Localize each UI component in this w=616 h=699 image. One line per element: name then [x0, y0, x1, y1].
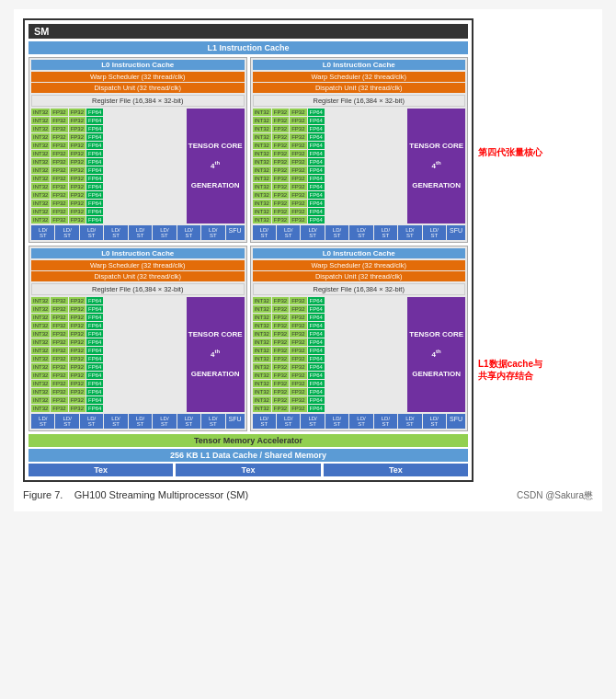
figure-caption: Figure 7. GH100 Streaming Multiprocessor…	[23, 489, 593, 502]
q4-register: Register File (16,384 × 32-bit)	[253, 283, 466, 295]
q3-int-fp: INT32 INT32 INT32 INT32 INT32 INT32 INT3…	[31, 297, 186, 412]
core-cell: FP32	[290, 388, 306, 395]
sm-container: SM L1 Instruction Cache L0 Instruction C…	[23, 18, 473, 482]
core-cell: FP32	[69, 363, 86, 371]
core-cell: FP32	[272, 314, 289, 321]
ld-st: LD/ST	[398, 225, 421, 240]
core-cell: FP32	[290, 191, 306, 199]
core-cell: FP32	[272, 297, 289, 304]
sfu: SFU	[447, 414, 465, 429]
core-cell: FP64	[86, 314, 103, 321]
core-cell: INT32	[31, 330, 50, 338]
core-cell: FP64	[308, 347, 325, 354]
core-cell: FP32	[272, 330, 289, 338]
core-cell: FP32	[69, 150, 86, 157]
ld-st: LD/ST	[374, 225, 397, 240]
core-cell: INT32	[253, 322, 271, 329]
core-cell: FP32	[272, 347, 289, 354]
core-cell: FP64	[86, 396, 103, 404]
ld-st: LD/ST	[301, 225, 324, 240]
core-cell: INT32	[31, 338, 50, 346]
ld-st: LD/ST	[253, 414, 276, 429]
core-cell: INT32	[253, 175, 271, 182]
core-cell: INT32	[253, 330, 271, 338]
core-cell: INT32	[31, 200, 50, 207]
core-cell: FP64	[308, 183, 325, 190]
q1-sfu-row: LD/ST LD/ST LD/ST LD/ST LD/ST LD/ST LD/S…	[31, 225, 245, 240]
core-cell: FP64	[86, 372, 103, 379]
core-cell: FP32	[272, 125, 289, 132]
q3-tensor-label: TENSOR CORE4thGENERATION	[187, 297, 245, 412]
core-cell: FP64	[86, 297, 103, 304]
core-cell: FP32	[290, 363, 306, 371]
core-cell: INT32	[253, 125, 271, 132]
core-cell: FP64	[86, 388, 103, 395]
core-cell: INT32	[31, 191, 50, 199]
core-cell: FP32	[69, 372, 86, 379]
core-cell: FP64	[86, 142, 103, 149]
q4-fp32-col1: FP32 FP32 FP32 FP32 FP32 FP32 FP32 FP32 …	[272, 297, 289, 412]
core-cell: FP32	[51, 183, 67, 190]
core-cell: FP32	[290, 133, 306, 141]
core-cell: FP32	[290, 117, 306, 124]
q2-tensor-label: TENSOR CORE4thGENERATION	[407, 109, 465, 223]
core-cell: FP64	[308, 405, 325, 412]
core-cell: INT32	[31, 133, 50, 141]
q4-sfu-row: LD/ST LD/ST LD/ST LD/ST LD/ST LD/ST LD/S…	[253, 414, 466, 429]
core-cell: FP64	[86, 347, 103, 354]
core-cell: FP64	[308, 125, 325, 132]
core-cell: FP32	[69, 297, 86, 304]
q3-fp64-col: FP64 FP64 FP64 FP64 FP64 FP64 FP64 FP64 …	[86, 297, 103, 412]
core-cell: FP32	[272, 150, 289, 157]
core-cell: FP32	[69, 380, 86, 387]
ld-st: LD/ST	[423, 414, 446, 429]
core-cell: FP32	[290, 380, 306, 387]
core-cell: FP32	[69, 208, 86, 215]
core-cell: FP32	[69, 396, 86, 404]
core-cell: INT32	[253, 388, 271, 395]
core-cell: FP32	[290, 355, 306, 362]
core-cell: INT32	[31, 322, 50, 329]
ld-st: LD/ST	[55, 225, 78, 240]
ld-st: LD/ST	[201, 225, 224, 240]
ld-st: LD/ST	[423, 225, 446, 240]
core-cell: FP32	[272, 166, 289, 174]
core-cell: INT32	[31, 372, 50, 379]
q2-sfu-row: LD/ST LD/ST LD/ST LD/ST LD/ST LD/ST LD/S…	[253, 225, 466, 240]
q3-warp: Warp Scheduler (32 thread/clk)	[31, 260, 245, 270]
core-cell: FP32	[272, 191, 289, 199]
core-cell: FP32	[290, 305, 306, 313]
core-cell: INT32	[253, 363, 271, 371]
core-cell: FP32	[69, 158, 86, 166]
core-cell: FP32	[69, 125, 86, 132]
tex-2: Tex	[176, 464, 320, 476]
core-cell: INT32	[31, 208, 50, 215]
core-cell: FP64	[308, 396, 325, 404]
core-cell: FP64	[86, 166, 103, 174]
core-cell: FP32	[51, 200, 67, 207]
core-cell: INT32	[253, 355, 271, 362]
core-cell: INT32	[31, 305, 50, 313]
ld-st: LD/ST	[80, 414, 103, 429]
ld-st: LD/ST	[153, 414, 176, 429]
core-cell: INT32	[253, 133, 271, 141]
core-cell: FP32	[272, 158, 289, 166]
ld-st: LD/ST	[129, 225, 152, 240]
core-cell: FP32	[290, 216, 306, 223]
annotation-l1-cache: L1数据cache与 共享内存结合	[478, 358, 588, 382]
core-cell: FP64	[308, 322, 325, 329]
core-cell: FP32	[272, 363, 289, 371]
q4-cores-area: INT32 INT32 INT32 INT32 INT32 INT32 INT3…	[253, 297, 466, 412]
caption-left: Figure 7. GH100 Streaming Multiprocessor…	[23, 489, 248, 502]
core-cell: FP32	[51, 158, 67, 166]
tex-1: Tex	[29, 464, 173, 476]
core-cell: FP64	[86, 191, 103, 199]
sfu: SFU	[226, 225, 245, 240]
core-cell: FP64	[308, 330, 325, 338]
figure-number: Figure 7.	[23, 489, 63, 500]
core-cell: FP64	[308, 158, 325, 166]
q3-dispatch: Dispatch Unit (32 thread/clk)	[31, 271, 245, 281]
ld-st: LD/ST	[277, 225, 300, 240]
core-cell: INT32	[31, 355, 50, 362]
ld-st: LD/ST	[301, 414, 324, 429]
